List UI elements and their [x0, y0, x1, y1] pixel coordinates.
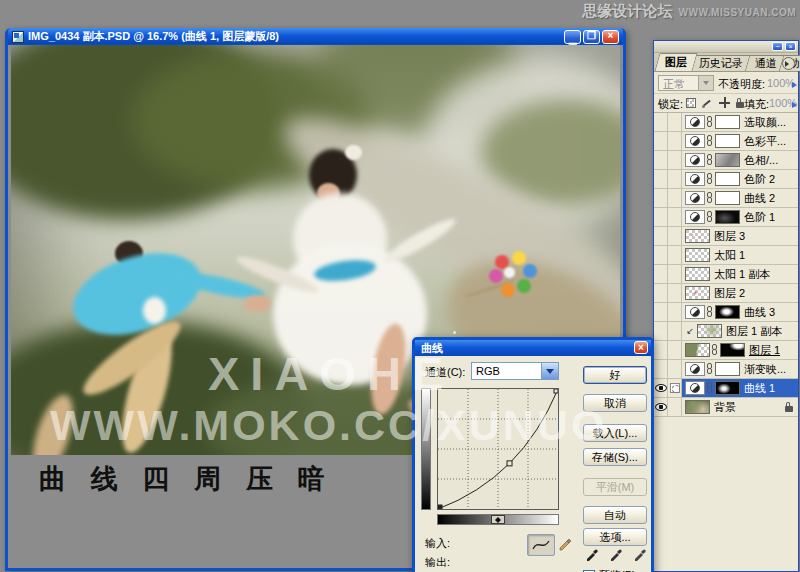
- link-cell[interactable]: [668, 398, 682, 416]
- mask-thumbnail[interactable]: [715, 134, 740, 148]
- adjustment-thumbnail[interactable]: [685, 153, 705, 167]
- link-cell[interactable]: [668, 227, 682, 245]
- minimize-button[interactable]: ▁: [564, 30, 581, 44]
- panel-close-icon[interactable]: ×: [785, 42, 796, 51]
- adjustment-thumbnail[interactable]: [685, 134, 705, 148]
- visibility-cell[interactable]: [654, 379, 668, 397]
- layer-row-背景[interactable]: 背景: [654, 398, 798, 417]
- visibility-cell[interactable]: [654, 189, 668, 207]
- visibility-cell[interactable]: [654, 151, 668, 169]
- layer-row-图层3[interactable]: 图层 3: [654, 227, 798, 246]
- eye-icon[interactable]: [655, 384, 667, 392]
- gray-eyedropper-icon[interactable]: [609, 546, 624, 561]
- opacity-arrow-icon[interactable]: [792, 82, 800, 88]
- adjustment-thumbnail[interactable]: [685, 172, 705, 186]
- visibility-cell[interactable]: [654, 398, 668, 416]
- mask-thumbnail[interactable]: [715, 305, 740, 319]
- visibility-cell[interactable]: [654, 170, 668, 188]
- layer-row-图层1副本[interactable]: ↙图层 1 副本: [654, 322, 798, 341]
- mask-thumbnail[interactable]: [715, 115, 740, 129]
- close-button[interactable]: ×: [602, 30, 619, 44]
- visibility-cell[interactable]: [654, 322, 668, 340]
- options-button[interactable]: 选项...: [583, 528, 647, 546]
- panel-titlebar[interactable]: − ×: [654, 41, 798, 53]
- tab-layers[interactable]: 图层: [654, 53, 697, 71]
- mask-thumbnail[interactable]: [715, 210, 740, 224]
- pencil-tool-button[interactable]: [557, 536, 572, 551]
- layer-thumbnail[interactable]: [685, 267, 710, 281]
- visibility-cell[interactable]: [654, 227, 668, 245]
- link-cell[interactable]: [668, 113, 682, 131]
- adjustment-thumbnail[interactable]: [685, 381, 705, 395]
- link-cell[interactable]: [668, 303, 682, 321]
- layer-thumbnail[interactable]: [685, 343, 710, 357]
- layer-row-太阳1副本[interactable]: 太阳 1 副本: [654, 265, 798, 284]
- visibility-cell[interactable]: [654, 132, 668, 150]
- layer-row-色彩平[interactable]: 色彩平...: [654, 132, 798, 151]
- adjustment-thumbnail[interactable]: [685, 305, 705, 319]
- mask-thumbnail[interactable]: [715, 191, 740, 205]
- panel-minimize-icon[interactable]: −: [772, 42, 783, 51]
- layer-thumbnail[interactable]: [685, 229, 710, 243]
- layer-thumbnail[interactable]: [685, 400, 710, 414]
- visibility-cell[interactable]: [654, 284, 668, 302]
- layer-row-太阳1[interactable]: 太阳 1: [654, 246, 798, 265]
- link-cell[interactable]: [668, 341, 682, 359]
- visibility-cell[interactable]: [654, 341, 668, 359]
- link-cell[interactable]: [668, 170, 682, 188]
- mask-thumbnail[interactable]: [720, 343, 745, 357]
- visibility-cell[interactable]: [654, 208, 668, 226]
- visibility-cell[interactable]: [654, 303, 668, 321]
- link-cell[interactable]: [668, 322, 682, 340]
- adjustment-thumbnail[interactable]: [685, 210, 705, 224]
- adjustment-thumbnail[interactable]: [685, 115, 705, 129]
- layer-row-曲线2[interactable]: 曲线 2: [654, 189, 798, 208]
- visibility-cell[interactable]: [654, 265, 668, 283]
- black-eyedropper-icon[interactable]: [585, 546, 600, 561]
- layer-thumbnail[interactable]: [685, 248, 710, 262]
- layer-row-色相/[interactable]: 色相/...: [654, 151, 798, 170]
- link-cell[interactable]: [668, 246, 682, 264]
- layer-row-选取颜[interactable]: 选取颜...: [654, 113, 798, 132]
- adjustment-thumbnail[interactable]: [685, 362, 705, 376]
- lock-pixels-icon[interactable]: [702, 97, 713, 108]
- layer-row-曲线1[interactable]: 曲线 1: [654, 379, 798, 398]
- link-cell[interactable]: [668, 379, 682, 397]
- link-cell[interactable]: [668, 284, 682, 302]
- link-cell[interactable]: [668, 208, 682, 226]
- adjustment-thumbnail[interactable]: [685, 191, 705, 205]
- mask-thumbnail[interactable]: [715, 172, 740, 186]
- panel-menu-icon[interactable]: [782, 57, 795, 70]
- tab-history[interactable]: 历史记录: [689, 55, 754, 71]
- curve-tool-button[interactable]: [527, 534, 555, 556]
- channel-select[interactable]: RGB: [471, 362, 559, 380]
- layer-thumbnail[interactable]: [685, 286, 710, 300]
- layer-row-图层1[interactable]: 图层 1: [654, 341, 798, 360]
- lock-position-icon[interactable]: [719, 97, 730, 108]
- visibility-cell[interactable]: [654, 246, 668, 264]
- auto-button[interactable]: 自动: [583, 506, 647, 524]
- document-titlebar[interactable]: IMG_0434 副本.PSD @ 16.7% (曲线 1, 图层蒙版/8) ▁…: [8, 28, 623, 45]
- mask-thumbnail[interactable]: [715, 153, 740, 167]
- link-cell[interactable]: [668, 132, 682, 150]
- white-eyedropper-icon[interactable]: [633, 546, 648, 561]
- link-cell[interactable]: [668, 360, 682, 378]
- save-button[interactable]: 存储(S)...: [583, 448, 647, 466]
- layer-row-渐变映[interactable]: 渐变映...: [654, 360, 798, 379]
- mask-thumbnail[interactable]: [715, 381, 740, 395]
- gradient-slider[interactable]: [491, 515, 505, 524]
- eye-icon[interactable]: [655, 403, 667, 411]
- lock-transparency-icon[interactable]: [686, 98, 696, 108]
- link-cell[interactable]: [668, 265, 682, 283]
- chevron-down-icon[interactable]: [541, 363, 558, 379]
- ok-button[interactable]: 好: [583, 366, 647, 384]
- visibility-cell[interactable]: [654, 360, 668, 378]
- dialog-close-icon[interactable]: ×: [634, 341, 648, 354]
- fill-arrow-icon[interactable]: [792, 102, 800, 108]
- maximize-button[interactable]: ❐: [583, 30, 600, 44]
- mask-thumbnail[interactable]: [715, 362, 740, 376]
- lock-all-icon[interactable]: [736, 102, 744, 108]
- blend-mode-select[interactable]: 正常: [658, 75, 714, 91]
- layer-row-图层2[interactable]: 图层 2: [654, 284, 798, 303]
- layer-row-色阶1[interactable]: 色阶 1: [654, 208, 798, 227]
